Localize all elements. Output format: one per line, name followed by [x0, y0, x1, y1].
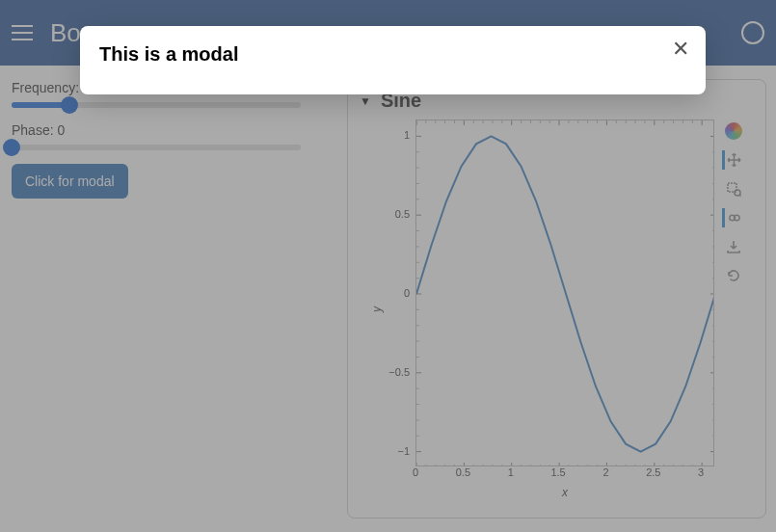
modal-dialog: This is a modal ✕: [80, 26, 706, 94]
close-icon[interactable]: ✕: [667, 36, 694, 63]
modal-title: This is a modal: [99, 43, 686, 66]
